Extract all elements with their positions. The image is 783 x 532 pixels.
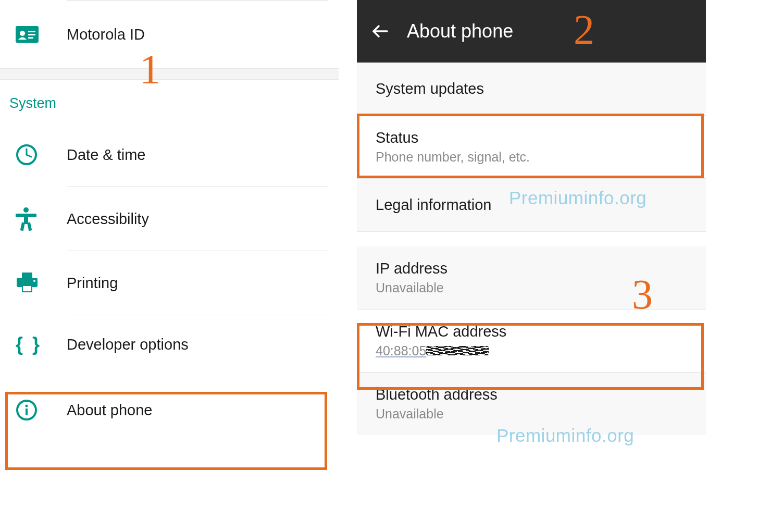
svg-rect-10: [24, 214, 28, 224]
highlight-about-phone: [5, 392, 327, 470]
row-label: Accessibility: [67, 211, 149, 228]
svg-point-1: [20, 31, 25, 36]
braces-icon: { }: [16, 333, 67, 355]
row-system-updates[interactable]: System updates: [357, 63, 706, 116]
settings-screen: Motorola ID System Date & time Accessibi…: [0, 0, 339, 532]
clock-icon: [16, 144, 67, 166]
header-title: About phone: [407, 20, 513, 42]
about-phone-screen: About phone System updates Status Phone …: [357, 0, 706, 532]
svg-point-17: [33, 280, 35, 282]
row-motorola-id[interactable]: Motorola ID: [0, 1, 339, 68]
watermark: Premiuminfo.org: [496, 425, 634, 446]
accessibility-icon: [16, 207, 67, 231]
svg-rect-13: [22, 273, 32, 278]
row-label: Developer options: [67, 336, 189, 353]
svg-point-8: [23, 207, 29, 213]
row-date-time[interactable]: Date & time: [0, 123, 339, 187]
row-label: Printing: [67, 275, 118, 292]
highlight-status: [357, 114, 704, 178]
row-ip-address[interactable]: IP address Unavailable: [357, 246, 706, 310]
section-title-system: System: [0, 80, 339, 123]
id-card-icon: [16, 26, 67, 43]
watermark: Premiuminfo.org: [509, 188, 647, 208]
row-printing[interactable]: Printing: [0, 251, 339, 315]
svg-line-7: [27, 155, 31, 157]
annotation-step-3: 3: [632, 271, 653, 318]
svg-rect-12: [27, 222, 32, 231]
highlight-wifi-mac: [357, 323, 704, 390]
annotation-step-1: 1: [140, 46, 160, 93]
app-header: About phone: [357, 0, 706, 63]
section-gap: [0, 68, 339, 80]
section-gap: [357, 232, 706, 246]
svg-rect-4: [28, 37, 33, 39]
row-label: Motorola ID: [67, 26, 145, 43]
row-accessibility[interactable]: Accessibility: [0, 187, 339, 251]
svg-rect-2: [28, 31, 35, 32]
back-icon[interactable]: [370, 22, 389, 41]
svg-rect-11: [20, 222, 25, 231]
row-developer-options[interactable]: { } Developer options: [0, 315, 339, 374]
row-label: Date & time: [67, 146, 146, 164]
svg-rect-16: [23, 286, 31, 291]
row-secondary: Unavailable: [376, 406, 687, 422]
annotation-step-2: 2: [574, 6, 594, 54]
printer-icon: [16, 273, 67, 293]
svg-rect-3: [28, 34, 35, 35]
row-primary: System updates: [376, 80, 687, 97]
